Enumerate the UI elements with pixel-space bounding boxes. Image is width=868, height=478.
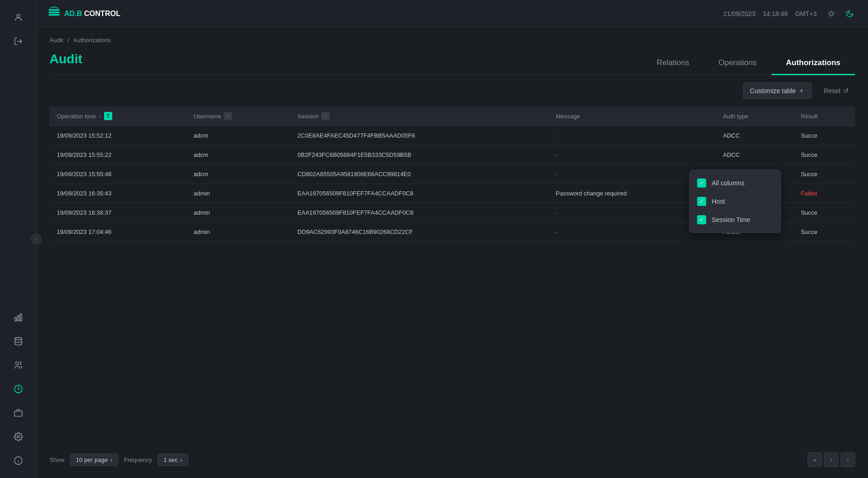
- per-page-chevron: ›: [110, 456, 112, 463]
- svg-line-22: [829, 16, 829, 16]
- cell-message: -: [549, 145, 716, 165]
- svg-rect-2: [15, 317, 16, 321]
- logo-text: AD.B CONTROL: [64, 10, 121, 18]
- reset-icon: ↺: [843, 87, 849, 94]
- sidebar-expand-button[interactable]: ›: [31, 233, 42, 245]
- svg-rect-3: [17, 316, 19, 321]
- cell-session: 2C0E8AE4FAEC45D477F4FBB5AAAD05F6: [290, 126, 549, 145]
- moon-icon[interactable]: [842, 6, 857, 21]
- cell-username: admin: [186, 203, 290, 222]
- col-result-label: Result: [801, 113, 818, 120]
- cell-time: 19/09/2023 15:55:22: [49, 145, 186, 165]
- logo-icon: [48, 6, 60, 22]
- cell-auth-type: ADCC: [716, 145, 794, 165]
- breadcrumb-separator: /: [67, 37, 69, 44]
- col-auth-type-label: Auth type: [723, 113, 748, 120]
- cell-result: Succe: [793, 145, 855, 165]
- cell-session: CD802A85505A9581908E68ACC99814E0: [290, 165, 549, 184]
- sidebar-item-audit[interactable]: [8, 379, 28, 399]
- svg-rect-13: [49, 11, 60, 13]
- header-timezone: GMT+3: [795, 10, 817, 17]
- dropdown-item-all-columns[interactable]: ✓ All columns: [690, 174, 780, 192]
- first-page-button[interactable]: «: [808, 452, 822, 467]
- page-title: Audit: [49, 52, 82, 74]
- col-session: Session ›: [290, 106, 549, 126]
- page-content: Audit / Authorizations Audit Relations O…: [37, 28, 868, 478]
- sidebar-item-logout[interactable]: [8, 31, 28, 51]
- header-date: 21/09/2023: [723, 10, 755, 17]
- cell-message: -: [549, 126, 716, 145]
- expand-username-button[interactable]: ›: [224, 112, 232, 120]
- cell-session: EAA197056509F810FEF7FA4CCAADF0C8: [290, 184, 549, 203]
- breadcrumb: Audit / Authorizations: [49, 37, 855, 44]
- checkbox-host: ✓: [697, 197, 706, 206]
- customize-table-label: Customize table: [750, 87, 796, 94]
- svg-point-5: [15, 338, 22, 340]
- tab-relations[interactable]: Relations: [642, 51, 704, 75]
- reset-button[interactable]: Reset ↺: [817, 83, 855, 98]
- cell-result: Succe: [793, 165, 855, 184]
- col-auth-type: Auth type: [716, 106, 794, 126]
- customize-table-button[interactable]: Customize table ＋: [743, 83, 812, 99]
- frequency-button[interactable]: 1 sec ›: [158, 454, 188, 466]
- tab-authorizations[interactable]: Authorizations: [771, 51, 855, 75]
- sidebar-item-users[interactable]: [8, 355, 28, 375]
- table-row: 19/09/2023 15:55:22 adcm 0B2F243FC6B0588…: [49, 145, 855, 165]
- cell-result: Succe: [793, 222, 855, 242]
- svg-line-19: [834, 16, 834, 16]
- svg-line-23: [834, 11, 834, 11]
- header-time: 14:18:46: [763, 10, 788, 17]
- sidebar-item-database[interactable]: [8, 331, 28, 351]
- table-wrapper[interactable]: Operation time ↓ T Username ›: [49, 106, 855, 447]
- cell-time: 19/09/2023 16:35:43: [49, 184, 186, 203]
- tab-operations[interactable]: Operations: [704, 51, 771, 75]
- sort-down-icon[interactable]: ↓: [99, 113, 101, 119]
- dropdown-item-host[interactable]: ✓ Host: [690, 192, 780, 211]
- footer-left: Show 10 per page › Frequency 1 sec ›: [49, 454, 188, 466]
- per-page-button[interactable]: 10 per page ›: [70, 454, 119, 466]
- prev-page-button[interactable]: ‹: [824, 452, 839, 467]
- app-header: AD.B CONTROL 21/09/2023 14:18:46 GMT+3: [37, 0, 868, 28]
- header-info: 21/09/2023 14:18:46 GMT+3: [723, 6, 857, 21]
- cell-session: EAA197056509F810FEF7FA4CCAADF0C8: [290, 203, 549, 222]
- expand-session-button[interactable]: ›: [321, 112, 330, 120]
- filter-button[interactable]: T: [104, 112, 112, 120]
- sidebar: ›: [0, 0, 37, 478]
- customize-dropdown: ✓ All columns ✓ Host ✓ Session Time: [689, 170, 781, 233]
- cell-time: 19/09/2023 16:38:37: [49, 203, 186, 222]
- dropdown-label-session-time: Session Time: [712, 216, 750, 223]
- sidebar-item-info[interactable]: [8, 450, 28, 471]
- svg-point-15: [830, 12, 833, 16]
- svg-point-0: [16, 14, 20, 17]
- table-row: 19/09/2023 15:52:12 adcm 2C0E8AE4FAEC45D…: [49, 126, 855, 145]
- frequency-label: Frequency: [124, 456, 152, 463]
- next-page-button[interactable]: ›: [841, 452, 855, 467]
- sidebar-item-settings[interactable]: [8, 427, 28, 447]
- data-table-container: Operation time ↓ T Username ›: [49, 106, 855, 447]
- dropdown-label-host: Host: [712, 198, 725, 205]
- breadcrumb-current: Authorizations: [73, 37, 111, 44]
- dropdown-label-all-columns: All columns: [712, 179, 745, 187]
- checkbox-all-columns: ✓: [697, 178, 706, 188]
- frequency-value: 1 sec: [164, 456, 178, 463]
- per-page-value: 10 per page: [76, 456, 108, 463]
- svg-rect-14: [49, 14, 60, 16]
- col-session-label: Session: [297, 113, 319, 120]
- customize-table-plus-icon: ＋: [798, 87, 805, 95]
- table-header-row: Operation time ↓ T Username ›: [49, 106, 855, 126]
- col-message-label: Message: [556, 113, 580, 120]
- cell-username: adcm: [186, 165, 290, 184]
- dropdown-item-session-time[interactable]: ✓ Session Time: [690, 211, 780, 229]
- theme-icon[interactable]: [824, 6, 839, 21]
- svg-point-8: [17, 436, 19, 438]
- sidebar-item-chart[interactable]: [8, 307, 28, 328]
- col-operation-time-label: Operation time: [57, 113, 96, 120]
- cell-username: adcm: [186, 145, 290, 165]
- col-operation-time: Operation time ↓ T: [49, 106, 186, 126]
- cell-time: 19/09/2023 17:04:46: [49, 222, 186, 242]
- sidebar-item-user[interactable]: [8, 7, 28, 28]
- frequency-chevron: ›: [181, 456, 182, 463]
- cell-session: DD9AC62993F0A8746C16B90268CD22CF: [290, 222, 549, 242]
- cell-result: Failed: [793, 184, 855, 203]
- sidebar-item-briefcase[interactable]: [8, 403, 28, 423]
